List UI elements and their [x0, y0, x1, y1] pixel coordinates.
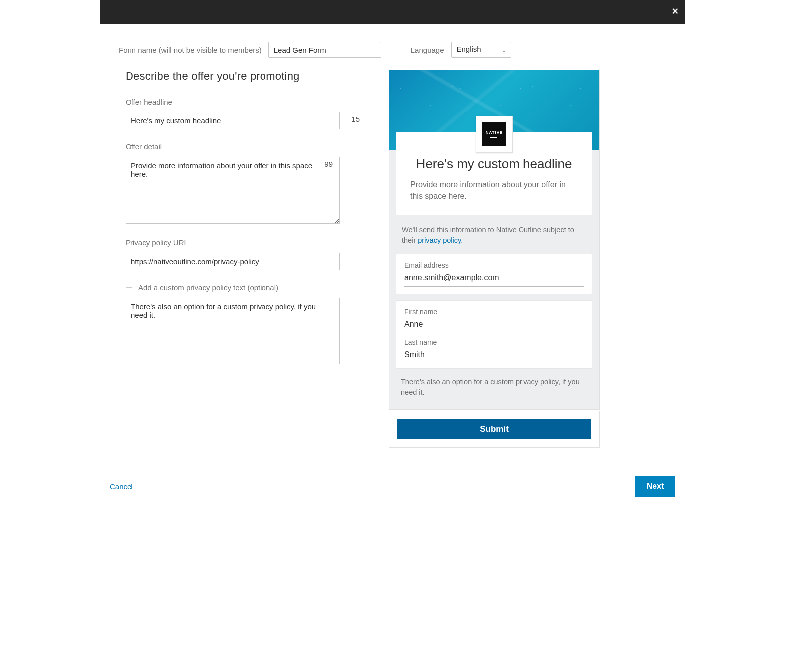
- preview-consent-text: We'll send this information to Native Ou…: [396, 221, 592, 254]
- preview-detail: Provide more information about your offe…: [410, 179, 578, 202]
- language-value: English: [457, 45, 481, 53]
- close-icon[interactable]: ×: [672, 5, 678, 18]
- privacy-url-input[interactable]: [126, 253, 340, 270]
- preview-logo: NATIVE: [476, 116, 513, 153]
- custom-privacy-textarea[interactable]: [126, 298, 340, 364]
- preview-submit-wrap: Submit: [389, 411, 600, 448]
- preview-headline: Here's my custom headline: [410, 156, 578, 172]
- detail-field-group: Offer detail 99: [126, 142, 365, 225]
- preview-firstname-label: First name: [404, 308, 584, 316]
- preview-pane: NATIVE Here's my custom headline Provide…: [389, 70, 600, 448]
- language-select[interactable]: English ⌄: [451, 42, 511, 58]
- preview-firstname-value[interactable]: Anne: [404, 320, 584, 331]
- cancel-link[interactable]: Cancel: [110, 482, 133, 491]
- preview-custom-privacy: There's also an option for a custom priv…: [396, 375, 592, 402]
- headline-field-group: Offer headline 15: [126, 98, 365, 129]
- submit-button[interactable]: Submit: [397, 419, 591, 439]
- privacy-policy-link[interactable]: privacy policy.: [418, 236, 463, 244]
- modal-footer: Cancel Next: [100, 466, 685, 505]
- privacy-url-field-group: Privacy policy URL: [126, 238, 365, 270]
- preview-lastname-label: Last name: [404, 338, 584, 346]
- detail-char-count: 99: [324, 160, 333, 168]
- preview-name-block: First name Anne Last name Smith: [396, 300, 592, 369]
- section-title: Describe the offer you're promoting: [126, 70, 365, 83]
- detail-textarea[interactable]: [126, 157, 340, 224]
- form-name-input[interactable]: [268, 42, 381, 58]
- preview-email-label: Email address: [404, 261, 584, 269]
- collapse-icon[interactable]: [126, 287, 132, 288]
- headline-char-count: 15: [351, 115, 360, 123]
- headline-input[interactable]: [126, 112, 340, 129]
- headline-label: Offer headline: [126, 98, 365, 106]
- custom-privacy-label: Add a custom privacy policy text (option…: [138, 283, 278, 292]
- custom-privacy-field-group: Add a custom privacy policy text (option…: [126, 283, 365, 366]
- chevron-down-icon: ⌄: [501, 46, 507, 54]
- detail-label: Offer detail: [126, 142, 365, 151]
- logo-text: NATIVE: [486, 130, 503, 135]
- form-editor: Describe the offer you're promoting Offe…: [126, 70, 365, 379]
- modal-topbar: ×: [100, 0, 685, 24]
- preview-lastname-value[interactable]: Smith: [404, 350, 584, 361]
- form-name-label: Form name (will not be visible to member…: [119, 46, 262, 54]
- preview-email-value[interactable]: anne.smith@example.com: [404, 273, 584, 287]
- next-button[interactable]: Next: [635, 476, 675, 497]
- language-label: Language: [411, 46, 444, 54]
- logo-icon: NATIVE: [482, 122, 506, 146]
- preview-email-block: Email address anne.smith@example.com: [396, 254, 592, 294]
- privacy-url-label: Privacy policy URL: [126, 238, 365, 247]
